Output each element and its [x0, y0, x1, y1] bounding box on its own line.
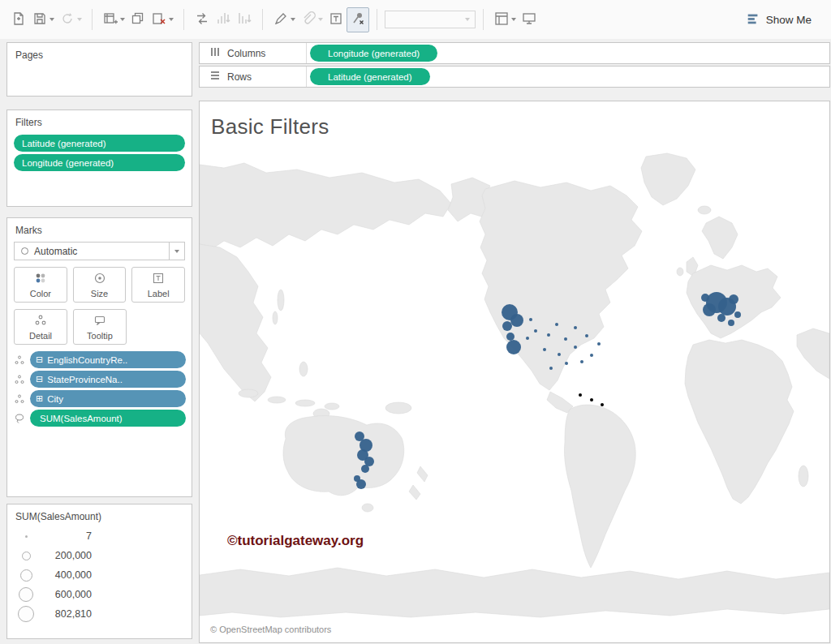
map-mark[interactable] — [510, 314, 523, 327]
monitor-icon — [521, 11, 537, 29]
map-mark[interactable] — [580, 360, 583, 363]
map-mark[interactable] — [354, 475, 360, 482]
map-mark[interactable] — [734, 311, 741, 318]
tooltip-button[interactable]: Tooltip — [73, 309, 127, 345]
size-legend-card: SUM(SalesAmount) 7 200,000 400,000 600,0… — [6, 504, 192, 639]
columns-shelf[interactable]: Columns Longitude (generated) — [199, 42, 830, 64]
map-mark[interactable] — [547, 333, 550, 337]
map-mark[interactable] — [597, 342, 601, 346]
duplicate-icon — [130, 11, 146, 29]
map-mark[interactable] — [555, 323, 558, 326]
map-mark[interactable] — [526, 337, 529, 340]
text-label-icon — [328, 11, 344, 29]
detail-button-label: Detail — [29, 331, 52, 341]
map-mark[interactable] — [574, 326, 577, 329]
map-mark[interactable] — [703, 303, 716, 316]
group-members-button[interactable] — [298, 8, 325, 32]
marks-pill-state[interactable]: ⊟ StateProvinceNa.. — [30, 371, 186, 388]
refresh-caret-icon — [77, 18, 82, 21]
clear-sheet-button[interactable] — [149, 8, 176, 32]
map-mark[interactable] — [574, 346, 577, 349]
detail-button[interactable]: Detail — [14, 309, 67, 345]
columns-drop-zone[interactable]: Longitude (generated) — [307, 43, 829, 63]
size-legend-title: SUM(SalesAmount) — [7, 504, 192, 526]
size-legend-item[interactable]: 802,810 — [7, 604, 192, 624]
mark-type-dropdown[interactable]: Automatic — [14, 242, 185, 260]
automatic-shape-icon — [21, 247, 28, 255]
filter-pill-latitude[interactable]: Latitude (generated) — [14, 135, 185, 152]
marks-pill-country[interactable]: ⊟ EnglishCountryRe.. — [30, 351, 186, 368]
color-button[interactable]: Color — [14, 267, 67, 303]
detail-icon — [34, 314, 47, 328]
refresh-data-button[interactable] — [57, 8, 84, 32]
sort-descending-icon — [236, 11, 252, 29]
map-mark[interactable] — [558, 353, 561, 356]
size-circle-icon — [22, 552, 31, 560]
swap-rows-columns-button[interactable] — [192, 8, 213, 32]
sheet-title[interactable]: Basic Filters — [211, 114, 829, 140]
map-mark[interactable] — [543, 348, 546, 351]
toolbar-separator — [262, 9, 263, 30]
columns-icon — [209, 46, 221, 60]
hierarchy-collapse-icon[interactable]: ⊟ — [36, 355, 43, 364]
show-mark-labels-button[interactable] — [325, 8, 347, 32]
map-mark[interactable] — [502, 321, 512, 331]
columns-shelf-label: Columns — [200, 43, 307, 63]
new-data-source-button[interactable] — [8, 8, 29, 32]
watermark: ©tutorialgateway.org — [227, 533, 364, 549]
map-mark[interactable] — [534, 329, 537, 333]
size-legend-item[interactable]: 400,000 — [7, 565, 192, 585]
map-mark[interactable] — [590, 354, 593, 357]
filter-pill-longitude[interactable]: Longitude (generated) — [14, 154, 185, 171]
map-mark[interactable] — [564, 337, 567, 341]
color-button-label: Color — [30, 289, 51, 298]
chevron-down-icon — [174, 250, 179, 253]
marks-pill-salesamount[interactable]: SUM(SalesAmount) — [30, 410, 186, 427]
rows-drop-zone[interactable]: Latitude (generated) — [307, 67, 829, 87]
hierarchy-expand-icon[interactable]: ⊞ — [36, 394, 43, 403]
sort-descending-button[interactable] — [234, 8, 255, 32]
duplicate-sheet-button[interactable] — [127, 8, 149, 32]
map-mark[interactable] — [585, 334, 588, 337]
size-button[interactable]: Size — [73, 267, 127, 303]
rows-pill-latitude[interactable]: Latitude (generated) — [310, 68, 430, 85]
new-worksheet-button[interactable] — [100, 8, 127, 32]
toolbar-separator — [92, 9, 93, 30]
size-legend-item[interactable]: 200,000 — [7, 546, 192, 565]
label-button[interactable]: Label — [131, 267, 185, 303]
columns-pill-longitude[interactable]: Longitude (generated) — [310, 45, 437, 62]
columns-label-text: Columns — [227, 48, 265, 59]
world-map — [200, 150, 829, 642]
tooltip-icon — [93, 314, 106, 328]
hierarchy-collapse-icon[interactable]: ⊟ — [36, 375, 43, 384]
map-mark[interactable] — [549, 367, 553, 370]
size-legend-item[interactable]: 7 — [7, 526, 192, 546]
sort-ascending-button[interactable] — [213, 8, 234, 32]
marks-pill-city[interactable]: ⊞ City — [30, 390, 186, 407]
map-mark[interactable] — [729, 294, 738, 304]
marks-card: Marks Automatic Color Size Label Detail … — [6, 217, 192, 497]
mark-type-caret-button[interactable] — [169, 243, 184, 260]
map-mark[interactable] — [506, 340, 521, 354]
rows-shelf[interactable]: Rows Latitude (generated) — [199, 66, 830, 88]
size-legend-item[interactable]: 600,000 — [7, 585, 192, 604]
map-mark[interactable] — [717, 314, 726, 322]
map-mark[interactable] — [506, 333, 515, 341]
map-view[interactable]: ©tutorialgateway.org © OpenStreetMap con… — [200, 150, 829, 642]
map-mark[interactable] — [529, 318, 532, 321]
map-mark[interactable] — [728, 320, 734, 326]
fix-axes-button[interactable] — [347, 7, 369, 32]
fit-selector-dropdown[interactable] — [385, 11, 476, 28]
show-me-button[interactable]: Show Me — [746, 11, 812, 28]
highlight-caret-icon — [291, 18, 295, 21]
show-hide-cards-button[interactable] — [491, 8, 519, 32]
rows-shelf-label: Rows — [200, 67, 307, 87]
toolbar-separator — [183, 9, 184, 30]
marks-card-title: Marks — [7, 218, 192, 240]
size-circle-icon — [18, 606, 34, 622]
map-mark[interactable] — [361, 465, 369, 473]
highlight-button[interactable] — [270, 8, 298, 32]
presentation-mode-button[interactable] — [519, 8, 540, 32]
save-button[interactable] — [29, 8, 57, 32]
map-mark[interactable] — [565, 362, 568, 365]
